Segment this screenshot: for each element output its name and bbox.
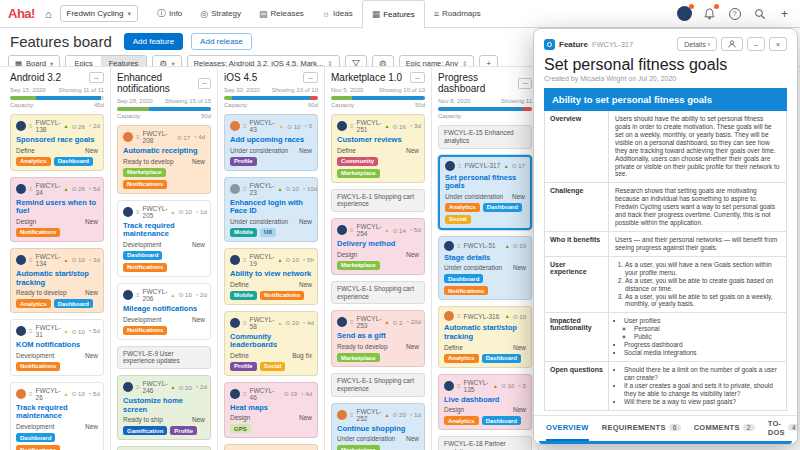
list-item: Progress dashboard [624,341,780,349]
column-meta: Sep 15, 2020Showing 11 of 11 [10,87,104,93]
release-date: Nov 8, 2020 [438,98,470,104]
score-status-icon: ▲ [63,328,68,334]
feature-card[interactable]: ≡FWCYL-134▲⊙ 10◔ 3dAutomatic start/stop … [10,248,104,313]
card-title: Customer reviews [337,136,419,145]
estimate-value: ◔ 5h [302,257,314,263]
card-id: FWCYL-31 [36,324,61,338]
feature-card[interactable]: ≡FWCYL-205▲⊙ 10◔ 1dTrack required mainte… [117,200,211,277]
drawer-tab-overview[interactable]: OVERVIEW [546,416,589,441]
score-status-icon: ▲ [63,257,68,263]
feature-card[interactable]: ≡FWCYL-252▲⊙ 20◔ 1dContinue shoppingUnde… [331,403,425,450]
feature-card[interactable]: ≡FWCYL-208⊙ 17◔ 4dAutomatic receiptingRe… [117,125,211,194]
chevron-right-icon: › [708,41,710,48]
feature-card[interactable]: ≡FWCYL-34▲⊙ 26◔ 5dRemind users when to f… [10,177,104,242]
detail-label: Who it benefits [545,232,609,256]
feature-card[interactable]: ≡FWCYL-213▲⊙ 27◔ 5dPayment subscriptions… [117,446,211,450]
add-icon[interactable]: + [777,6,792,21]
nav-item-info[interactable]: ⓘInfo [148,0,191,28]
card-metrics: ▲⊙ 10◔ 5d [63,328,99,335]
feature-card[interactable]: ≡FWCYL-138▲⊙ 26◔ 2dSponsored race goalsD… [10,114,104,171]
feature-card[interactable]: ≡FWCYL-251▲⊙ 16◔ 3dCustomer reviewsDefin… [331,114,425,183]
collapse-column-button[interactable]: – [303,72,318,83]
card-title: Enhanced login with Face ID [230,199,312,216]
feature-card[interactable]: ≡FWCYL-46⊙ 19◔ 4dHeat mapsDesignNewGPS [224,382,318,439]
feature-card[interactable]: ≡FWCYL-135▲⊙ 10◔ 5Live dashboardDesignNe… [438,374,532,431]
feature-card[interactable]: ≡FWCYL-45▲⊙ 23◔ 3dSecurity patch updateR… [224,444,318,450]
estimate-value: ◔ 3d [88,257,100,263]
add-release-button[interactable]: Add release [191,33,252,50]
feature-card[interactable]: ≡FWCYL-316▲⊙ 10Automatic start/stop trac… [438,306,532,367]
column-name: Progress dashboard [438,72,518,94]
feature-card[interactable]: ≡FWCYL-317▲⊙ 17Set personal fitness goal… [438,155,532,230]
score-status-icon: ▲ [384,412,389,418]
aha-logo[interactable]: Aha! [8,6,35,21]
collapse-column-button[interactable]: – [518,78,532,89]
bell-icon[interactable] [702,6,717,21]
close-icon[interactable]: × [769,37,787,51]
chevron-down-icon: ▾ [127,10,131,18]
feature-card[interactable]: ≡FWCYL-51▲⊙ 19Stage detailsUnder conside… [438,236,532,301]
feature-kind: New [192,241,205,248]
help-icon[interactable]: ? [727,6,742,21]
capacity-segment [117,107,149,111]
assignee-avatar [337,225,347,235]
column-header: iOS 4.5– [224,72,318,83]
nav-item-releases[interactable]: ▤Releases [250,0,313,28]
feature-kind: New [299,147,312,154]
showing-count: Showing 10 of 10 [379,87,425,93]
drawer-tab-requirements[interactable]: REQUIREMENTS6 [602,416,681,441]
home-icon[interactable]: ⌂ [45,8,52,20]
feature-card[interactable]: ≡FWCYL-58▲⊙ 20◔ 4dCommunity leaderboards… [224,311,318,376]
feature-card[interactable]: ≡FWCYL-254▲⊙ 14◔ 5dDelivery methodDesign… [331,218,425,275]
feature-card[interactable]: ≡FWCYL-31▲⊙ 10◔ 5dKOM notificationsDevel… [10,319,104,376]
card-title: Automatic start/stop tracking [444,324,526,341]
minimize-button[interactable]: – [747,37,765,51]
drawer-tab-to-dos[interactable]: TO-DOS4 [768,416,798,441]
detail-row: ChallengeResearch shows that setting goa… [545,183,786,232]
feature-card[interactable]: ≡FWCYL-43▲⊙ 10◔ 0Add upcoming racesUnder… [224,114,318,171]
tag-badge: Notifications [260,291,304,300]
workflow-status: Under consideration [230,218,288,225]
feature-card[interactable]: ≡FWCYL-26▲⊙ 10◔ 5dTrack required mainten… [10,382,104,450]
card-title: Track required maintenance [123,222,205,239]
details-button[interactable]: Details› [677,37,717,51]
score-status-icon: ▲ [384,123,389,129]
nav-item-ideas[interactable]: ☼Ideas [313,0,362,28]
feature-card[interactable]: ≡FWCYL-23▲⊙ 10◔ 10dEnhanced login with F… [224,177,318,242]
workspace-selector[interactable]: Fredwin Cycling ▾ [60,5,138,22]
feature-card[interactable]: ≡FWCYL-206▲⊙ 10◔ 2dMileage notifications… [117,283,211,340]
add-feature-button[interactable]: Add feature [124,33,183,50]
score-value: ⊙ 10 [285,185,298,192]
search-icon[interactable] [752,6,767,21]
watchers-button[interactable] [721,37,743,51]
nav-item-roadmaps[interactable]: ≡Roadmaps [425,0,490,28]
feature-card[interactable]: ≡FWCYL-253▲⊙ 2◔ 20dSend as a giftReady t… [331,310,425,367]
workflow-status: Development [123,316,161,323]
card-id: FWCYL-46 [250,387,281,401]
score-status-icon: ▲ [493,383,498,389]
capacity-row: Capacity50d [117,113,211,119]
drawer-tab-comments[interactable]: COMMENTS2 [694,416,755,441]
estimate-value: ◔ 1d [409,412,421,418]
drag-handle-icon: ≡ [136,134,140,140]
collapse-column-button[interactable]: – [89,72,104,83]
feature-kind: New [512,193,525,200]
card-title: Send as a gift [337,332,419,341]
card-id: FWCYL-246 [143,380,168,394]
release-date: Sep 15, 2020 [10,87,46,93]
card-id: FWCYL-317 [465,162,501,169]
feature-card[interactable]: ≡FWCYL-19▲⊙ 10◔ 5hAbility to view networ… [224,248,318,305]
card-title: Customize home screen [123,397,205,414]
feature-card[interactable]: ≡FWCYL-246▲⊙ 20◔ 2dCustomize home screen… [117,375,211,440]
nav-item-features[interactable]: ▦Features [362,0,425,29]
column-header: Progress dashboard– [438,72,532,94]
workflow-status: Ready to develop [337,343,388,350]
tag-badge: Analytics [16,157,51,166]
card-id: FWCYL-254 [357,223,382,237]
collapse-column-button[interactable]: – [410,72,425,83]
feature-kind: New [192,416,205,423]
collapse-column-button[interactable]: – [198,78,211,89]
user-avatar[interactable] [677,6,692,21]
nav-item-strategy[interactable]: ◎Strategy [191,0,250,28]
workflow-status: Ready to ship [123,416,163,423]
